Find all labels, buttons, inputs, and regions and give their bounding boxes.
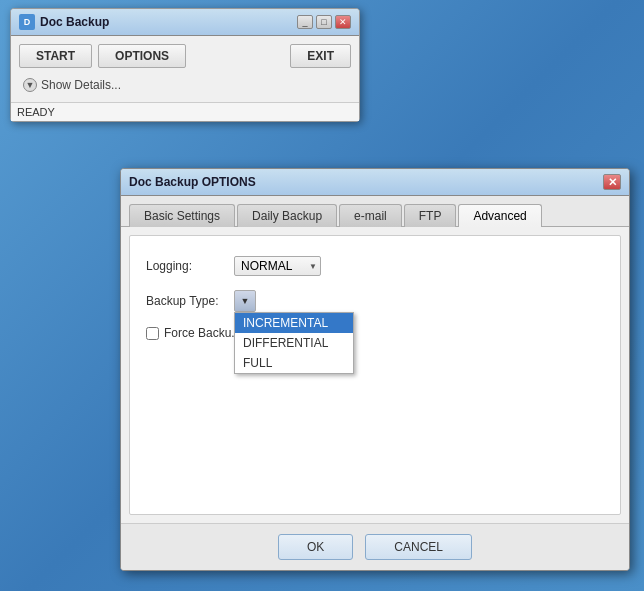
options-title-bar: Doc Backup OPTIONS ✕ bbox=[121, 169, 629, 196]
start-button[interactable]: START bbox=[19, 44, 92, 68]
advanced-tab-content: Logging: NORMAL VERBOSE MINIMAL Backup T… bbox=[129, 235, 621, 515]
status-bar: READY bbox=[11, 102, 359, 121]
toolbar-row: START OPTIONS EXIT bbox=[19, 44, 351, 68]
tab-email[interactable]: e-mail bbox=[339, 204, 402, 227]
tab-ftp[interactable]: FTP bbox=[404, 204, 457, 227]
logging-select[interactable]: NORMAL VERBOSE MINIMAL bbox=[234, 256, 321, 276]
force-backup-checkbox[interactable] bbox=[146, 327, 159, 340]
status-text: READY bbox=[17, 106, 55, 118]
cancel-button[interactable]: CANCEL bbox=[365, 534, 472, 560]
dropdown-arrow-icon: ▼ bbox=[241, 296, 250, 306]
tabs-container: Basic Settings Daily Backup e-mail FTP A… bbox=[121, 196, 629, 227]
dialog-buttons: OK CANCEL bbox=[121, 523, 629, 570]
chevron-down-icon: ▼ bbox=[23, 78, 37, 92]
options-dialog-title: Doc Backup OPTIONS bbox=[129, 175, 256, 189]
main-content: START OPTIONS EXIT ▼ Show Details... bbox=[11, 36, 359, 102]
logging-dropdown-wrapper: NORMAL VERBOSE MINIMAL bbox=[234, 256, 321, 276]
dropdown-item-incremental[interactable]: INCREMENTAL bbox=[235, 313, 353, 333]
options-button[interactable]: OPTIONS bbox=[98, 44, 186, 68]
maximize-button[interactable]: □ bbox=[316, 15, 332, 29]
show-details[interactable]: ▼ Show Details... bbox=[19, 76, 351, 94]
show-details-label: Show Details... bbox=[41, 78, 121, 92]
tab-basic-settings[interactable]: Basic Settings bbox=[129, 204, 235, 227]
app-icon: D bbox=[19, 14, 35, 30]
logging-row: Logging: NORMAL VERBOSE MINIMAL bbox=[146, 256, 604, 276]
main-window: D Doc Backup _ □ ✕ START OPTIONS EXIT ▼ … bbox=[10, 8, 360, 122]
tab-advanced[interactable]: Advanced bbox=[458, 204, 541, 227]
minimize-button[interactable]: _ bbox=[297, 15, 313, 29]
dialog-close-button[interactable]: ✕ bbox=[603, 174, 621, 190]
force-backup-label[interactable]: Force Backu... bbox=[146, 326, 241, 340]
dropdown-item-full[interactable]: FULL bbox=[235, 353, 353, 373]
main-window-title: Doc Backup bbox=[40, 15, 109, 29]
backup-type-dropdown-container: ▼ INCREMENTAL DIFFERENTIAL FULL bbox=[234, 290, 256, 312]
window-controls: _ □ ✕ bbox=[297, 15, 351, 29]
dropdown-item-differential[interactable]: DIFFERENTIAL bbox=[235, 333, 353, 353]
ok-button[interactable]: OK bbox=[278, 534, 353, 560]
backup-type-label: Backup Type: bbox=[146, 294, 226, 308]
backup-type-popup: INCREMENTAL DIFFERENTIAL FULL bbox=[234, 312, 354, 374]
main-title-bar: D Doc Backup _ □ ✕ bbox=[11, 9, 359, 36]
force-backup-text: Force Backu... bbox=[164, 326, 241, 340]
exit-button[interactable]: EXIT bbox=[290, 44, 351, 68]
logging-label: Logging: bbox=[146, 259, 226, 273]
backup-type-dropdown-button[interactable]: ▼ bbox=[234, 290, 256, 312]
tab-daily-backup[interactable]: Daily Backup bbox=[237, 204, 337, 227]
close-button[interactable]: ✕ bbox=[335, 15, 351, 29]
backup-type-row: Backup Type: ▼ INCREMENTAL DIFFERENTIAL … bbox=[146, 290, 604, 312]
force-backup-row: Force Backu... bbox=[146, 326, 604, 340]
options-dialog: Doc Backup OPTIONS ✕ Basic Settings Dail… bbox=[120, 168, 630, 571]
title-bar-left: D Doc Backup bbox=[19, 14, 109, 30]
